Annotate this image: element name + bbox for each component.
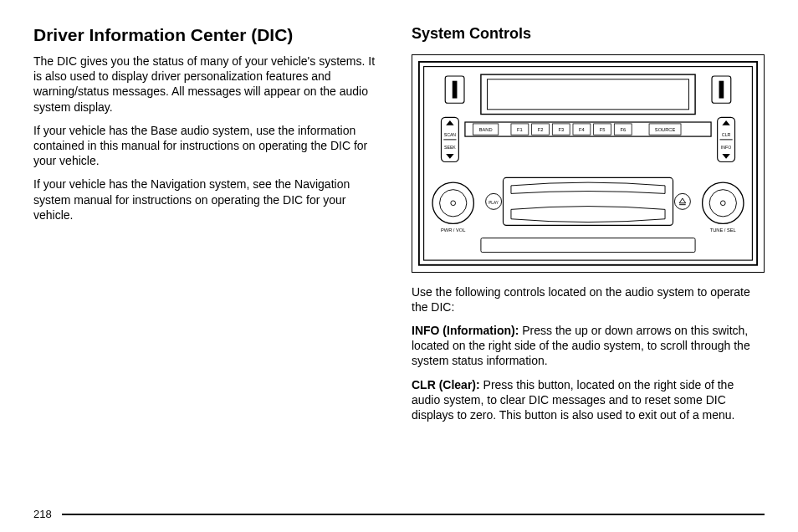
right-column: System Controls BAND	[412, 25, 765, 494]
info-label: INFO (Information):	[412, 324, 519, 337]
svg-rect-5	[453, 81, 458, 99]
svg-text:F2: F2	[538, 127, 544, 132]
svg-rect-1	[424, 67, 753, 261]
svg-point-49	[720, 201, 725, 206]
svg-text:F3: F3	[558, 127, 564, 132]
info-paragraph: INFO (Information): Press the up or down…	[412, 323, 765, 369]
page-number: 218	[33, 508, 52, 520]
svg-rect-51	[481, 238, 695, 253]
svg-text:F4: F4	[579, 127, 585, 132]
svg-marker-32	[722, 120, 729, 125]
svg-text:PLAY: PLAY	[489, 201, 499, 205]
svg-rect-37	[503, 177, 673, 225]
audio-system-figure: BAND F1 F2 F3 F4 F5 F6 SOURCE	[412, 54, 765, 273]
svg-rect-7	[719, 81, 724, 99]
svg-text:F1: F1	[517, 127, 523, 132]
figure-caption: Use the following controls located on th…	[412, 284, 765, 315]
svg-rect-0	[419, 62, 757, 265]
body-paragraph: If your vehicle has the Navigation syste…	[33, 176, 386, 223]
svg-text:BAND: BAND	[479, 127, 493, 132]
svg-text:F6: F6	[620, 127, 626, 132]
svg-point-45	[451, 201, 456, 206]
main-heading: Driver Information Center (DIC)	[33, 25, 386, 45]
svg-text:INFO: INFO	[721, 145, 731, 150]
svg-text:SCAN: SCAN	[444, 132, 457, 137]
svg-point-44	[440, 190, 467, 217]
body-paragraph: The DIC gives you the status of many of …	[33, 54, 386, 115]
svg-point-43	[432, 182, 473, 223]
audio-system-illustration: BAND F1 F2 F3 F4 F5 F6 SOURCE	[417, 60, 759, 267]
svg-text:SEEK: SEEK	[444, 145, 456, 150]
svg-text:F5: F5	[600, 127, 606, 132]
body-paragraph: If your vehicle has the Base audio syste…	[33, 123, 386, 169]
clr-label: CLR (Clear):	[412, 378, 480, 391]
svg-point-47	[703, 182, 744, 223]
svg-marker-30	[446, 154, 453, 159]
svg-point-48	[709, 190, 736, 217]
svg-point-40	[674, 193, 690, 209]
svg-marker-26	[446, 120, 453, 125]
svg-rect-3	[488, 79, 689, 110]
svg-rect-2	[481, 74, 695, 114]
svg-text:TUNE / SEL: TUNE / SEL	[710, 228, 736, 233]
svg-text:SOURCE: SOURCE	[655, 127, 676, 132]
svg-text:PWR / VOL: PWR / VOL	[441, 228, 465, 233]
page-footer: 218	[33, 508, 765, 520]
svg-text:CLR: CLR	[722, 132, 731, 137]
left-column: Driver Information Center (DIC) The DIC …	[33, 25, 386, 494]
footer-rule	[62, 514, 765, 515]
svg-marker-36	[722, 154, 729, 159]
section-heading: System Controls	[412, 25, 765, 43]
svg-marker-41	[679, 198, 686, 203]
clr-paragraph: CLR (Clear): Press this button, located …	[412, 377, 765, 423]
